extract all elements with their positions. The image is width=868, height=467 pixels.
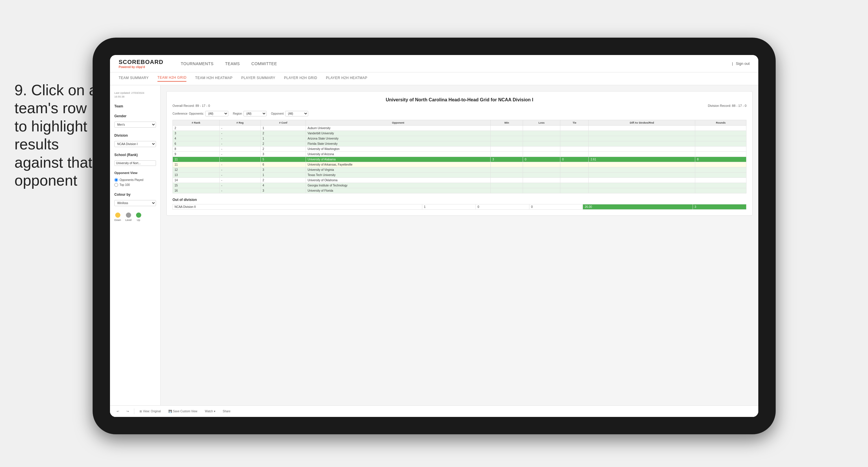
odd-win: 1 [422, 204, 475, 210]
table-row[interactable]: 15-4Georgia Institute of Technology [173, 183, 746, 188]
toolbar-undo[interactable]: ↩ [114, 409, 121, 414]
col-rank: # Rank [173, 120, 220, 126]
main-content: Last Updated: 27/03/2024 16:55:38 Team G… [110, 85, 758, 417]
legend-level: Level [125, 212, 132, 222]
sidebar-opponent-view-label: Opponent View [114, 171, 156, 175]
tablet-screen: SCOREBOARD Powered by clipp'd TOURNAMENT… [110, 55, 758, 417]
table-row[interactable]: 4-1Arizona State University [173, 136, 746, 141]
table-row[interactable]: 11-5University of Alabama3002.618 [173, 157, 746, 162]
opponent-select[interactable]: (All) [285, 111, 308, 116]
table-row[interactable]: 14-2University of Oklahoma [173, 178, 746, 183]
sidebar-last-updated: Last Updated: 27/03/2024 16:55:38 [114, 91, 156, 98]
odd-diff: 26.00 [583, 204, 692, 210]
h2h-container: University of North Carolina Head-to-Hea… [166, 91, 752, 216]
subnav-team-summary[interactable]: TEAM SUMMARY [119, 76, 149, 81]
odd-tie: 0 [529, 204, 583, 210]
out-of-division-table: NCAA Division II 1 0 0 26.00 3 [173, 204, 746, 210]
toolbar-redo[interactable]: ↪ [124, 409, 131, 414]
col-win: Win [491, 120, 523, 126]
sidebar-gender-select[interactable]: Men's [114, 122, 156, 128]
h2h-table: # Rank # Reg # Conf Opponent Win Loss Ti… [173, 120, 746, 194]
top-nav: SCOREBOARD Powered by clipp'd TOURNAMENT… [110, 55, 758, 72]
sidebar-school-value: University of Nort... [114, 160, 156, 166]
division-record: Division Record: 88 - 17 - 0 [708, 104, 746, 108]
nav-links: TOURNAMENTS TEAMS COMMITTEE [181, 61, 720, 66]
nav-committee[interactable]: COMMITTEE [251, 61, 277, 66]
col-loss: Loss [523, 120, 560, 126]
filters-row: Conference Opponents: (All) Region (All) [173, 111, 746, 116]
region-select[interactable]: (All) [243, 111, 267, 116]
col-rounds: Rounds [695, 120, 746, 126]
toolbar-view[interactable]: ⊞ View: Original [137, 409, 163, 414]
col-conf: # Conf [261, 120, 306, 126]
table-row[interactable]: 3-2Vanderbilt University [173, 131, 746, 136]
table-row[interactable]: 11-6University of Arkansas, Fayetteville [173, 162, 746, 167]
sub-nav: TEAM SUMMARY TEAM H2H GRID TEAM H2H HEAT… [110, 72, 758, 85]
logo-scoreboard: SCOREBOARD [119, 59, 163, 65]
table-body: 2-1Auburn University3-2Vanderbilt Univer… [173, 126, 746, 194]
sidebar-division-select[interactable]: NCAA Division I [114, 141, 156, 147]
filter-conference: Conference Opponents: (All) [173, 111, 228, 116]
logo-area: SCOREBOARD Powered by clipp'd [119, 59, 163, 68]
sidebar-legend: Down Level Up [114, 212, 156, 222]
table-row[interactable]: 2-1Auburn University [173, 126, 746, 131]
subnav-team-h2h-grid[interactable]: TEAM H2H GRID [157, 76, 187, 82]
odd-division-name: NCAA Division II [173, 204, 422, 210]
col-opponent: Opponent [306, 120, 490, 126]
conference-select[interactable]: (All) [205, 111, 228, 116]
view-icon: ⊞ [140, 410, 142, 413]
subnav-player-h2h-grid[interactable]: PLAYER H2H GRID [284, 76, 317, 81]
sign-out-area: | Sign out [732, 61, 750, 66]
logo-powered: Powered by clipp'd [119, 65, 163, 68]
toolbar-watch[interactable]: Watch ▾ [203, 409, 218, 414]
toolbar-sep1 [134, 409, 134, 414]
col-reg: # Reg [219, 120, 261, 126]
sidebar-opponent-radio-group: Opponents Played Top 100 [114, 178, 156, 187]
instruction-text: 9. Click on a team's row to highlight re… [14, 81, 101, 189]
table-row[interactable]: 13-1Texas Tech University [173, 173, 746, 178]
toolbar-save[interactable]: 💾 Save Custom View [166, 409, 200, 414]
legend-level-dot [126, 212, 131, 218]
legend-up-dot [136, 212, 141, 218]
step-number: 9. [14, 82, 27, 98]
overall-record: Overall Record: 89 - 17 - 0 [173, 104, 210, 108]
sidebar-gender-label: Gender [114, 114, 156, 118]
legend-up: Up [136, 212, 141, 222]
sidebar: Last Updated: 27/03/2024 16:55:38 Team G… [110, 85, 161, 417]
odd-rounds: 3 [692, 204, 746, 210]
col-diff: Diff Av Strokes/Rnd [589, 120, 695, 126]
sidebar-colour-select[interactable]: Win/loss [114, 200, 156, 206]
subnav-player-summary[interactable]: PLAYER SUMMARY [241, 76, 275, 81]
table-row[interactable]: 8-2University of Washington [173, 146, 746, 152]
col-tie: Tie [560, 120, 589, 126]
filter-region: Region (All) [233, 111, 267, 116]
out-of-division-header: Out of division [173, 198, 746, 202]
sign-out-link[interactable]: Sign out [736, 61, 750, 66]
table-row[interactable]: 16-3University of Florida [173, 188, 746, 194]
sidebar-school-label: School (Rank) [114, 153, 156, 157]
sidebar-opponents-played[interactable]: Opponents Played [114, 178, 156, 182]
sidebar-division-label: Division [114, 134, 156, 138]
nav-teams[interactable]: TEAMS [225, 61, 240, 66]
nav-tournaments[interactable]: TOURNAMENTS [181, 61, 213, 66]
table-row[interactable]: 9-3University of Arizona [173, 152, 746, 157]
sidebar-top100[interactable]: Top 100 [114, 183, 156, 187]
legend-down-dot [115, 212, 120, 218]
legend-down: Down [114, 212, 121, 222]
toolbar-share[interactable]: Share [221, 409, 233, 414]
out-of-division-row[interactable]: NCAA Division II 1 0 0 26.00 3 [173, 204, 746, 210]
odd-loss: 0 [475, 204, 529, 210]
subnav-player-h2h-heatmap[interactable]: PLAYER H2H HEATMAP [326, 76, 367, 81]
h2h-records: Overall Record: 89 - 17 - 0 Division Rec… [173, 104, 746, 108]
save-icon: 💾 [168, 410, 172, 413]
sidebar-team-label: Team [114, 104, 156, 108]
table-row[interactable]: 6-2Florida State University [173, 141, 746, 146]
subnav-team-h2h-heatmap[interactable]: TEAM H2H HEATMAP [195, 76, 232, 81]
table-header: # Rank # Reg # Conf Opponent Win Loss Ti… [173, 120, 746, 126]
instruction-body: Click on a team's row to highlight resul… [14, 82, 97, 189]
content-panel: University of North Carolina Head-to-Hea… [161, 85, 758, 417]
table-row[interactable]: 12-3University of Virginia [173, 167, 746, 173]
h2h-title: University of North Carolina Head-to-Hea… [173, 97, 746, 103]
tablet-frame: SCOREBOARD Powered by clipp'd TOURNAMENT… [93, 38, 776, 434]
sidebar-colour-by-label: Colour by [114, 193, 156, 197]
